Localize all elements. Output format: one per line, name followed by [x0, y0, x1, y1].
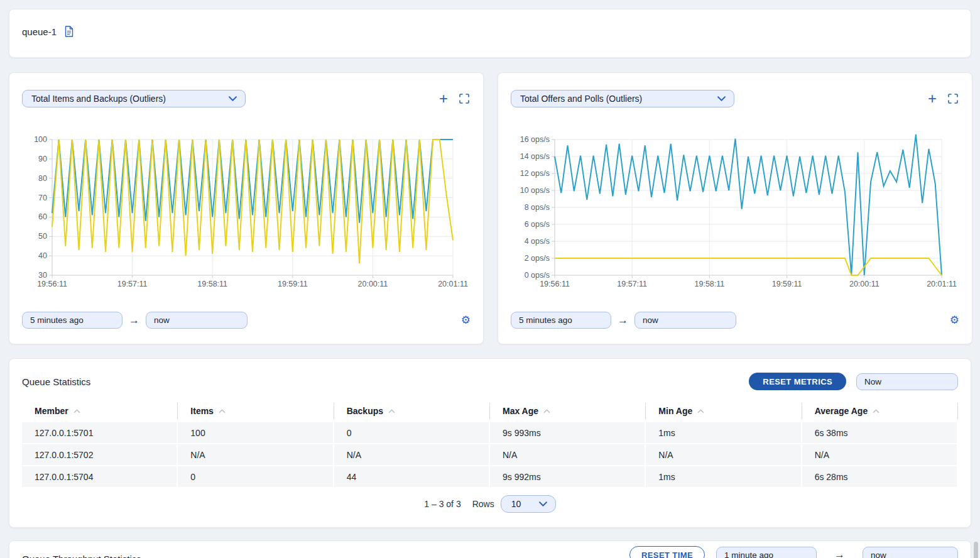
expand-chart-icon[interactable]	[459, 94, 469, 104]
table-cell: N/A	[490, 444, 646, 465]
x-axis-tick-label: 19:56:11	[37, 280, 67, 288]
time-to-input[interactable]	[634, 312, 736, 329]
x-axis-tick-label: 19:58:11	[197, 280, 227, 288]
table-row: 127.0.0.1:57040449s 992ms1ms6s 28ms	[22, 466, 958, 488]
column-header-label: Member	[35, 406, 68, 416]
metric-selector[interactable]: Total Offers and Polls (Outliers)	[511, 90, 734, 107]
table-row: 127.0.0.1:570110009s 993ms1ms6s 38ms	[22, 422, 958, 444]
chevron-down-icon	[229, 96, 237, 101]
chevron-down-icon	[717, 96, 726, 101]
document-icon[interactable]	[64, 26, 74, 40]
y-axis-tick-label: 10 ops/s	[520, 186, 550, 195]
queue-throughput-controls: RESET TIME →	[629, 546, 958, 558]
sort-chevron-icon	[873, 409, 879, 413]
chart-header-icons: +	[439, 92, 469, 105]
y-axis-labels: 10090807060504030	[22, 140, 47, 275]
add-chart-icon[interactable]: +	[439, 92, 448, 105]
column-header-min-age[interactable]: Min Age	[646, 403, 802, 419]
table-cell: N/A	[802, 444, 958, 465]
column-header-label: Min Age	[658, 406, 692, 416]
y-axis-tick-label: 0 ops/s	[525, 271, 550, 280]
queue-statistics-title: Queue Statistics	[22, 376, 90, 387]
time-to-input[interactable]	[863, 547, 958, 558]
table-body: 127.0.0.1:570110009s 993ms1ms6s 38ms127.…	[22, 422, 958, 488]
metric-selector-value: Total Offers and Polls (Outliers)	[520, 94, 642, 104]
table-cell: 127.0.0.1:5704	[22, 466, 178, 487]
scrollbar-thumb[interactable]	[974, 542, 978, 558]
column-header-member[interactable]: Member	[22, 403, 178, 419]
sort-chevron-icon	[219, 409, 226, 413]
y-axis-tick-label: 60	[38, 212, 47, 221]
chart-time-range: → ⚙	[511, 312, 959, 329]
reset-metrics-button[interactable]: RESET METRICS	[749, 373, 846, 390]
arrow-right-icon: →	[129, 314, 139, 327]
y-axis-tick-label: 12 ops/s	[520, 169, 550, 178]
time-from-input[interactable]	[511, 312, 611, 329]
queue-throughput-panel: Queue Throughput Statistics RESET TIME →	[9, 540, 971, 558]
y-axis-tick-label: 6 ops/s	[525, 220, 550, 229]
table-cell: N/A	[178, 444, 334, 465]
add-chart-icon[interactable]: +	[928, 92, 937, 105]
queue-throughput-title: Queue Throughput Statistics	[22, 554, 141, 558]
stats-time-input[interactable]	[856, 373, 958, 390]
y-axis-tick-label: 40	[38, 251, 47, 260]
y-axis-tick-label: 100	[34, 135, 47, 144]
rows-per-page-label: Rows	[472, 499, 494, 509]
reset-time-button[interactable]: RESET TIME	[629, 546, 705, 558]
page-title: queue-1	[22, 26, 57, 38]
column-header-items[interactable]: Items	[178, 403, 334, 419]
chart-panel-header: Total Offers and Polls (Outliers) +	[511, 90, 959, 107]
x-axis-tick-label: 20:00:11	[849, 280, 879, 288]
sort-chevron-icon	[388, 409, 395, 413]
table-cell: 0	[178, 466, 334, 487]
table-header-row: MemberItemsBackupsMax AgeMin AgeAverage …	[22, 403, 958, 419]
x-axis-tick-label: 19:59:11	[772, 280, 802, 288]
x-axis-tick-label: 20:00:11	[358, 280, 388, 288]
sort-chevron-icon	[74, 409, 80, 413]
gear-icon[interactable]: ⚙	[950, 315, 959, 326]
y-axis-tick-label: 16 ops/s	[520, 135, 550, 144]
table-cell: 0	[334, 422, 490, 443]
offers-polls-chart-panel: Total Offers and Polls (Outliers) + 16 o…	[498, 72, 972, 344]
queue-statistics-header: Queue Statistics RESET METRICS	[22, 373, 958, 390]
chart-time-range: → ⚙	[22, 312, 471, 329]
queue-throughput-header: Queue Throughput Statistics RESET TIME →	[22, 546, 958, 558]
rows-per-page-select[interactable]: 10	[501, 495, 556, 513]
table-cell: N/A	[646, 444, 802, 465]
time-from-input[interactable]	[22, 312, 122, 329]
x-axis-labels: 19:56:1119:57:1119:58:1119:59:1120:00:11…	[52, 280, 453, 291]
x-axis-labels: 19:56:1119:57:1119:58:1119:59:1120:00:11…	[555, 280, 942, 291]
gear-icon[interactable]: ⚙	[461, 315, 471, 326]
table-cell: 6s 38ms	[802, 422, 958, 443]
metric-selector-value: Total Items and Backups (Outliers)	[31, 94, 166, 104]
metric-selector[interactable]: Total Items and Backups (Outliers)	[22, 90, 246, 107]
y-axis-tick-label: 8 ops/s	[525, 203, 550, 212]
expand-chart-icon[interactable]	[948, 94, 958, 104]
time-from-input[interactable]	[716, 547, 817, 558]
x-axis-tick-label: 19:58:11	[695, 280, 725, 288]
column-header-backups[interactable]: Backups	[334, 403, 490, 419]
table-cell: 100	[178, 422, 334, 443]
column-header-average-age[interactable]: Average Age	[802, 403, 958, 419]
table-cell: 44	[334, 466, 490, 487]
x-axis-tick-label: 20:01:11	[927, 280, 957, 288]
time-to-input[interactable]	[146, 312, 248, 329]
rows-per-page-value: 10	[511, 499, 521, 509]
y-axis-tick-label: 50	[38, 232, 47, 241]
chart-plot: 19:56:1119:57:1119:58:1119:59:1120:00:11…	[555, 140, 942, 275]
column-header-label: Average Age	[815, 406, 868, 416]
arrow-right-icon: →	[618, 314, 628, 327]
column-header-label: Max Age	[503, 406, 538, 416]
chart-header-icons: +	[928, 92, 958, 105]
column-header-max-age[interactable]: Max Age	[490, 403, 646, 419]
table-cell: 9s 993ms	[490, 422, 646, 443]
title-panel: queue-1	[9, 9, 971, 58]
queue-statistics-controls: RESET METRICS	[749, 373, 958, 390]
chart-panel-header: Total Items and Backups (Outliers) +	[22, 90, 471, 107]
y-axis-tick-label: 70	[38, 194, 47, 202]
y-axis-labels: 16 ops/s14 ops/s12 ops/s10 ops/s8 ops/s6…	[511, 140, 550, 275]
x-axis-tick-label: 19:56:11	[540, 280, 570, 288]
y-axis-tick-label: 90	[38, 155, 47, 163]
x-axis-tick-label: 19:59:11	[278, 280, 308, 288]
y-axis-tick-label: 30	[38, 271, 47, 280]
